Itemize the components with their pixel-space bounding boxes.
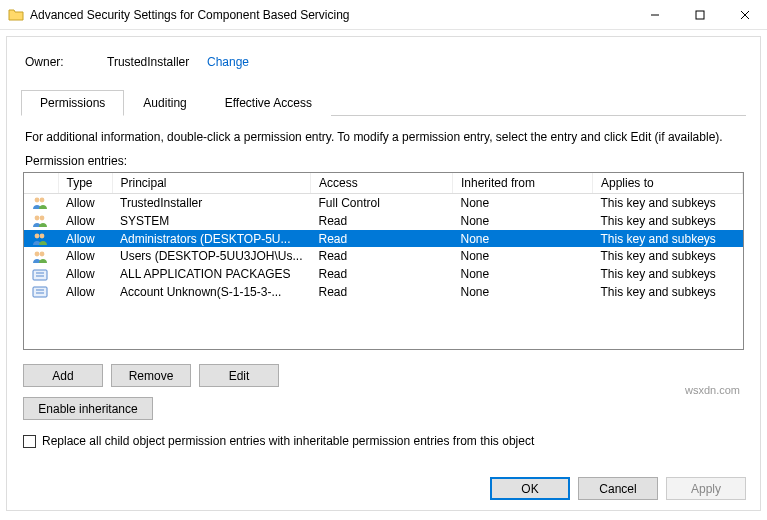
col-type[interactable]: Type xyxy=(58,173,112,194)
table-row[interactable]: AllowAdministrators (DESKTOP-5U...ReadNo… xyxy=(24,230,743,248)
close-button[interactable] xyxy=(722,0,767,29)
group-icon xyxy=(32,214,48,228)
svg-point-9 xyxy=(40,234,45,239)
cell-applies: This key and subkeys xyxy=(592,247,742,265)
cell-applies: This key and subkeys xyxy=(592,194,742,212)
cell-type: Allow xyxy=(58,247,112,265)
cell-applies: This key and subkeys xyxy=(592,265,742,283)
cell-principal: Users (DESKTOP-5UU3JOH\Us... xyxy=(112,247,310,265)
enable-inheritance-button[interactable]: Enable inheritance xyxy=(23,397,153,420)
table-row[interactable]: AllowSYSTEMReadNoneThis key and subkeys xyxy=(24,212,743,230)
maximize-button[interactable] xyxy=(677,0,722,29)
cell-type: Allow xyxy=(58,212,112,230)
svg-rect-12 xyxy=(33,270,47,280)
owner-label: Owner: xyxy=(25,55,107,69)
col-inherited[interactable]: Inherited from xyxy=(452,173,592,194)
info-text: For additional information, double-click… xyxy=(25,130,742,144)
tab-auditing[interactable]: Auditing xyxy=(124,90,205,116)
cell-access: Read xyxy=(310,283,452,301)
cell-access: Read xyxy=(310,265,452,283)
cell-principal: SYSTEM xyxy=(112,212,310,230)
tabs: Permissions Auditing Effective Access xyxy=(21,89,746,116)
svg-point-4 xyxy=(35,198,40,203)
cell-applies: This key and subkeys xyxy=(592,283,742,301)
cell-type: Allow xyxy=(58,194,112,212)
folder-icon xyxy=(8,7,24,23)
col-blank[interactable] xyxy=(24,173,58,194)
table-row[interactable]: AllowALL APPLICATION PACKAGESReadNoneThi… xyxy=(24,265,743,283)
package-icon xyxy=(32,268,48,282)
group-icon xyxy=(32,196,48,210)
table-row[interactable]: AllowAccount Unknown(S-1-15-3-...ReadNon… xyxy=(24,283,743,301)
group-icon xyxy=(32,250,48,264)
change-owner-link[interactable]: Change xyxy=(207,55,249,69)
svg-point-10 xyxy=(35,251,40,256)
window-title: Advanced Security Settings for Component… xyxy=(30,8,632,22)
cell-principal: Administrators (DESKTOP-5U... xyxy=(112,230,310,248)
svg-point-5 xyxy=(40,198,45,203)
cell-principal: TrustedInstaller xyxy=(112,194,310,212)
edit-button[interactable]: Edit xyxy=(199,364,279,387)
replace-inheritable-checkbox[interactable] xyxy=(23,435,36,448)
svg-rect-15 xyxy=(33,287,47,297)
group-icon xyxy=(32,232,48,246)
apply-button[interactable]: Apply xyxy=(666,477,746,500)
tab-permissions[interactable]: Permissions xyxy=(21,90,124,116)
cell-inherited: None xyxy=(452,283,592,301)
col-applies[interactable]: Applies to xyxy=(592,173,742,194)
cell-inherited: None xyxy=(452,230,592,248)
col-principal[interactable]: Principal xyxy=(112,173,310,194)
add-button[interactable]: Add xyxy=(23,364,103,387)
cell-access: Read xyxy=(310,230,452,248)
svg-point-7 xyxy=(40,216,45,221)
owner-row: Owner: TrustedInstaller Change xyxy=(21,47,746,87)
cell-inherited: None xyxy=(452,247,592,265)
col-access[interactable]: Access xyxy=(310,173,452,194)
cell-inherited: None xyxy=(452,265,592,283)
tab-effective-access[interactable]: Effective Access xyxy=(206,90,331,116)
replace-inheritable-label: Replace all child object permission entr… xyxy=(42,434,534,448)
cell-principal: ALL APPLICATION PACKAGES xyxy=(112,265,310,283)
cell-access: Full Control xyxy=(310,194,452,212)
cell-applies: This key and subkeys xyxy=(592,230,742,248)
package-icon xyxy=(32,285,48,299)
cell-applies: This key and subkeys xyxy=(592,212,742,230)
permission-table[interactable]: Type Principal Access Inherited from App… xyxy=(24,173,743,301)
cell-inherited: None xyxy=(452,212,592,230)
cell-access: Read xyxy=(310,247,452,265)
minimize-button[interactable] xyxy=(632,0,677,29)
cell-inherited: None xyxy=(452,194,592,212)
svg-point-6 xyxy=(35,216,40,221)
cell-type: Allow xyxy=(58,230,112,248)
table-row[interactable]: AllowUsers (DESKTOP-5UU3JOH\Us...ReadNon… xyxy=(24,247,743,265)
watermark-text: wsxdn.com xyxy=(685,384,740,396)
titlebar: Advanced Security Settings for Component… xyxy=(0,0,767,30)
cell-principal: Account Unknown(S-1-15-3-... xyxy=(112,283,310,301)
svg-point-8 xyxy=(35,234,40,239)
cell-type: Allow xyxy=(58,265,112,283)
cell-access: Read xyxy=(310,212,452,230)
dialog-content: Owner: TrustedInstaller Change Permissio… xyxy=(6,36,761,511)
entries-label: Permission entries: xyxy=(25,154,742,168)
owner-value: TrustedInstaller xyxy=(107,55,207,69)
ok-button[interactable]: OK xyxy=(490,477,570,500)
svg-rect-1 xyxy=(696,11,704,19)
table-row[interactable]: AllowTrustedInstallerFull ControlNoneThi… xyxy=(24,194,743,212)
remove-button[interactable]: Remove xyxy=(111,364,191,387)
svg-point-11 xyxy=(40,251,45,256)
permission-table-frame: Type Principal Access Inherited from App… xyxy=(23,172,744,350)
cancel-button[interactable]: Cancel xyxy=(578,477,658,500)
cell-type: Allow xyxy=(58,283,112,301)
